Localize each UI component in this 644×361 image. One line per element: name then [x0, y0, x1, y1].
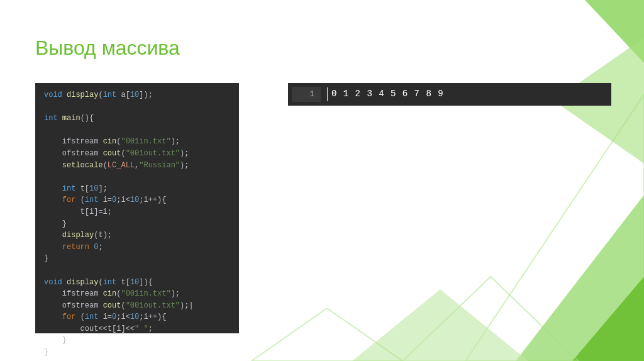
svg-marker-2 — [465, 94, 644, 361]
output-text: 0 1 2 3 4 5 6 7 8 9 — [327, 87, 444, 101]
svg-marker-0 — [585, 0, 644, 63]
slide-title: Вывод массива — [35, 36, 180, 60]
source-code: void display(int a[10]); int main(){ ifs… — [44, 89, 230, 358]
svg-marker-7 — [252, 308, 402, 361]
svg-marker-5 — [402, 277, 579, 361]
output-lineno: 1 — [292, 87, 321, 102]
svg-marker-4 — [572, 277, 644, 361]
code-editor: void display(int a[10]); int main(){ ifs… — [35, 83, 239, 333]
output-panel: 1 0 1 2 3 4 5 6 7 8 9 — [288, 83, 611, 106]
svg-marker-6 — [352, 289, 528, 361]
svg-marker-3 — [516, 195, 644, 361]
